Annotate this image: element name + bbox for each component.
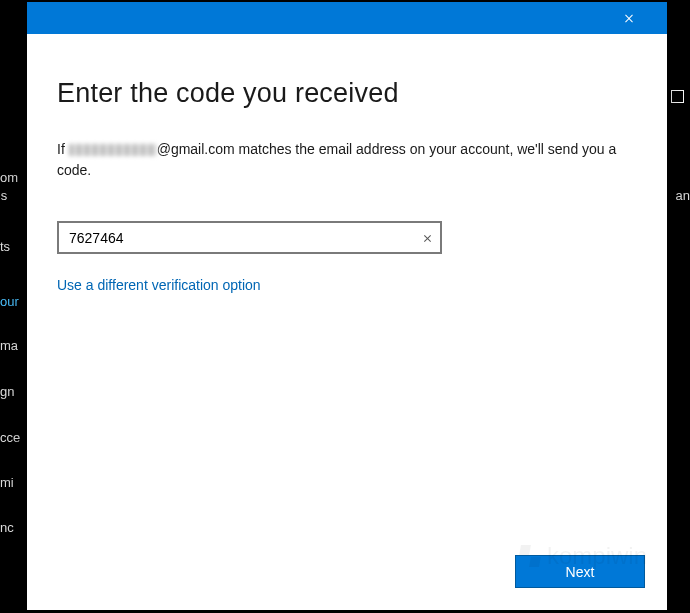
clear-icon xyxy=(423,233,432,242)
dialog-footer: Next xyxy=(27,555,667,610)
verification-code-input[interactable] xyxy=(57,221,442,254)
maximize-icon xyxy=(671,90,684,103)
bg-nav-fragment-active: our xyxy=(0,294,19,309)
dialog-heading: Enter the code you received xyxy=(57,78,637,109)
dialog-description: If @gmail.com matches the email address … xyxy=(57,139,637,181)
bg-nav-fragment: ma xyxy=(0,338,18,353)
close-button[interactable] xyxy=(606,2,651,34)
dialog-body: Enter the code you received If @gmail.co… xyxy=(27,34,667,555)
alt-verification-link[interactable]: Use a different verification option xyxy=(57,277,261,293)
bg-nav-fragment: a s xyxy=(0,188,7,203)
clear-input-button[interactable] xyxy=(412,221,442,254)
bg-nav-fragment: mi xyxy=(0,475,14,490)
bg-nav-fragment: ts xyxy=(0,239,10,254)
bg-nav-fragment: om xyxy=(0,170,18,185)
bg-nav-fragment: cce xyxy=(0,430,20,445)
next-button[interactable]: Next xyxy=(515,555,645,588)
dialog-titlebar xyxy=(27,2,667,34)
bg-nav-fragment: gn xyxy=(0,384,14,399)
bg-text-fragment: an xyxy=(676,188,690,203)
desc-prefix: If xyxy=(57,141,69,157)
dialog-content: Enter the code you received If @gmail.co… xyxy=(27,34,667,610)
redacted-email-local xyxy=(69,144,157,156)
code-input-wrapper xyxy=(57,221,442,254)
close-icon xyxy=(624,13,634,23)
verification-dialog: Enter the code you received If @gmail.co… xyxy=(27,2,667,610)
bg-nav-fragment: nc xyxy=(0,520,14,535)
